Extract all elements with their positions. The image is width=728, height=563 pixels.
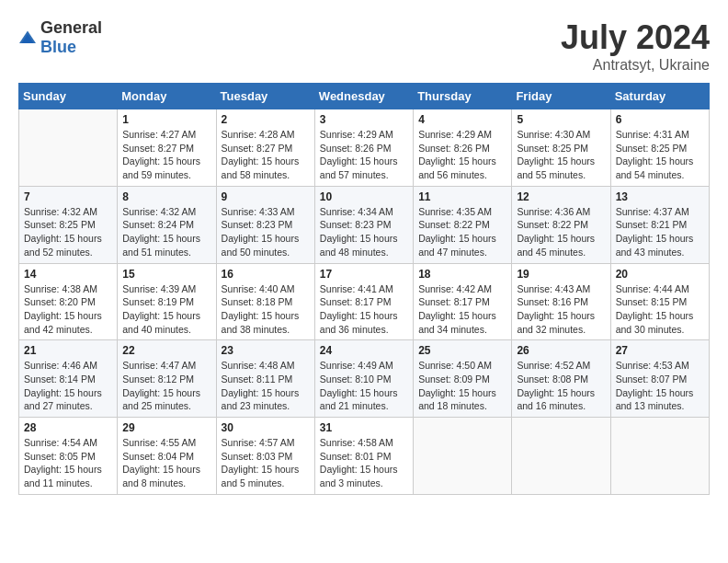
day-info: Sunrise: 4:55 AMSunset: 8:04 PMDaylight:… <box>122 436 210 490</box>
logo: General Blue <box>18 18 102 57</box>
day-info: Sunrise: 4:32 AMSunset: 8:25 PMDaylight:… <box>24 205 112 259</box>
table-row: 10Sunrise: 4:34 AMSunset: 8:23 PMDayligh… <box>314 186 413 263</box>
location: Antratsyt, Ukraine <box>561 57 710 74</box>
col-thursday: Thursday <box>414 84 512 109</box>
day-number: 6 <box>616 113 704 126</box>
day-number: 8 <box>122 190 210 203</box>
day-info: Sunrise: 4:33 AMSunset: 8:23 PMDaylight:… <box>222 205 310 259</box>
day-number: 27 <box>616 344 704 357</box>
day-info: Sunrise: 4:53 AMSunset: 8:07 PMDaylight:… <box>616 359 704 413</box>
table-row: 24Sunrise: 4:49 AMSunset: 8:10 PMDayligh… <box>314 340 413 418</box>
col-tuesday: Tuesday <box>216 84 314 109</box>
title-section: July 2024 Antratsyt, Ukraine <box>561 18 710 74</box>
table-row: 28Sunrise: 4:54 AMSunset: 8:05 PMDayligh… <box>19 418 118 495</box>
day-info: Sunrise: 4:49 AMSunset: 8:10 PMDaylight:… <box>320 359 408 413</box>
table-row: 27Sunrise: 4:53 AMSunset: 8:07 PMDayligh… <box>610 340 709 418</box>
day-info: Sunrise: 4:37 AMSunset: 8:21 PMDaylight:… <box>616 205 704 259</box>
day-info: Sunrise: 4:34 AMSunset: 8:23 PMDaylight:… <box>320 205 408 259</box>
day-number: 18 <box>418 268 506 281</box>
table-row: 11Sunrise: 4:35 AMSunset: 8:22 PMDayligh… <box>414 186 512 263</box>
col-saturday: Saturday <box>610 84 709 109</box>
day-number: 1 <box>122 113 210 126</box>
day-info: Sunrise: 4:47 AMSunset: 8:12 PMDaylight:… <box>122 359 210 413</box>
page-header: General Blue July 2024 Antratsyt, Ukrain… <box>18 18 710 74</box>
day-number: 29 <box>122 421 210 434</box>
day-number: 19 <box>517 268 605 281</box>
day-info: Sunrise: 4:43 AMSunset: 8:16 PMDaylight:… <box>517 282 605 337</box>
day-number: 11 <box>418 190 506 203</box>
day-number: 28 <box>24 421 112 434</box>
day-number: 7 <box>24 190 112 203</box>
day-number: 12 <box>517 190 605 203</box>
table-row: 1Sunrise: 4:27 AMSunset: 8:27 PMDaylight… <box>118 109 216 187</box>
table-row <box>512 418 610 495</box>
calendar-week-3: 14Sunrise: 4:38 AMSunset: 8:20 PMDayligh… <box>19 263 710 340</box>
table-row: 13Sunrise: 4:37 AMSunset: 8:21 PMDayligh… <box>610 186 709 263</box>
day-info: Sunrise: 4:40 AMSunset: 8:18 PMDaylight:… <box>222 282 310 337</box>
day-number: 4 <box>418 113 506 126</box>
day-number: 31 <box>320 421 408 434</box>
table-row: 8Sunrise: 4:32 AMSunset: 8:24 PMDaylight… <box>118 186 216 263</box>
table-row: 5Sunrise: 4:30 AMSunset: 8:25 PMDaylight… <box>512 109 610 187</box>
day-info: Sunrise: 4:46 AMSunset: 8:14 PMDaylight:… <box>24 359 112 413</box>
logo-icon <box>18 29 37 47</box>
day-info: Sunrise: 4:29 AMSunset: 8:26 PMDaylight:… <box>418 128 506 182</box>
col-monday: Monday <box>118 84 216 109</box>
day-number: 23 <box>222 344 310 357</box>
day-number: 5 <box>517 113 605 126</box>
day-info: Sunrise: 4:54 AMSunset: 8:05 PMDaylight:… <box>24 436 112 490</box>
day-number: 3 <box>320 113 408 126</box>
day-number: 25 <box>418 344 506 357</box>
day-number: 26 <box>517 344 605 357</box>
table-row: 29Sunrise: 4:55 AMSunset: 8:04 PMDayligh… <box>118 418 216 495</box>
table-row: 19Sunrise: 4:43 AMSunset: 8:16 PMDayligh… <box>512 263 610 340</box>
day-number: 15 <box>122 268 210 281</box>
day-number: 14 <box>24 268 112 281</box>
table-row: 2Sunrise: 4:28 AMSunset: 8:27 PMDaylight… <box>216 109 314 187</box>
table-row: 4Sunrise: 4:29 AMSunset: 8:26 PMDaylight… <box>414 109 512 187</box>
day-number: 16 <box>222 268 310 281</box>
table-row <box>414 418 512 495</box>
table-row: 7Sunrise: 4:32 AMSunset: 8:25 PMDaylight… <box>19 186 118 263</box>
day-info: Sunrise: 4:30 AMSunset: 8:25 PMDaylight:… <box>517 128 605 182</box>
day-info: Sunrise: 4:31 AMSunset: 8:25 PMDaylight:… <box>616 128 704 182</box>
logo-blue: Blue <box>40 38 76 56</box>
day-number: 30 <box>222 421 310 434</box>
table-row: 17Sunrise: 4:41 AMSunset: 8:17 PMDayligh… <box>314 263 413 340</box>
day-number: 21 <box>24 344 112 357</box>
table-row: 6Sunrise: 4:31 AMSunset: 8:25 PMDaylight… <box>610 109 709 187</box>
calendar-week-2: 7Sunrise: 4:32 AMSunset: 8:25 PMDaylight… <box>19 186 710 263</box>
col-sunday: Sunday <box>19 84 118 109</box>
table-row: 31Sunrise: 4:58 AMSunset: 8:01 PMDayligh… <box>314 418 413 495</box>
day-number: 17 <box>320 268 408 281</box>
table-row: 15Sunrise: 4:39 AMSunset: 8:19 PMDayligh… <box>118 263 216 340</box>
day-number: 9 <box>222 190 310 203</box>
day-info: Sunrise: 4:50 AMSunset: 8:09 PMDaylight:… <box>418 359 506 413</box>
table-row: 22Sunrise: 4:47 AMSunset: 8:12 PMDayligh… <box>118 340 216 418</box>
day-number: 13 <box>616 190 704 203</box>
day-number: 10 <box>320 190 408 203</box>
calendar-week-5: 28Sunrise: 4:54 AMSunset: 8:05 PMDayligh… <box>19 418 710 495</box>
day-info: Sunrise: 4:36 AMSunset: 8:22 PMDaylight:… <box>517 205 605 259</box>
table-row: 16Sunrise: 4:40 AMSunset: 8:18 PMDayligh… <box>216 263 314 340</box>
calendar-week-1: 1Sunrise: 4:27 AMSunset: 8:27 PMDaylight… <box>19 109 710 187</box>
day-info: Sunrise: 4:39 AMSunset: 8:19 PMDaylight:… <box>122 282 210 337</box>
day-info: Sunrise: 4:27 AMSunset: 8:27 PMDaylight:… <box>122 128 210 182</box>
logo-general: General <box>40 18 102 37</box>
table-row: 14Sunrise: 4:38 AMSunset: 8:20 PMDayligh… <box>19 263 118 340</box>
day-number: 22 <box>122 344 210 357</box>
table-row: 9Sunrise: 4:33 AMSunset: 8:23 PMDaylight… <box>216 186 314 263</box>
day-info: Sunrise: 4:28 AMSunset: 8:27 PMDaylight:… <box>222 128 310 182</box>
day-info: Sunrise: 4:44 AMSunset: 8:15 PMDaylight:… <box>616 282 704 337</box>
calendar-week-4: 21Sunrise: 4:46 AMSunset: 8:14 PMDayligh… <box>19 340 710 418</box>
calendar-table: Sunday Monday Tuesday Wednesday Thursday… <box>18 83 710 495</box>
table-row <box>610 418 709 495</box>
table-row <box>19 109 118 187</box>
day-info: Sunrise: 4:35 AMSunset: 8:22 PMDaylight:… <box>418 205 506 259</box>
day-info: Sunrise: 4:42 AMSunset: 8:17 PMDaylight:… <box>418 282 506 337</box>
table-row: 25Sunrise: 4:50 AMSunset: 8:09 PMDayligh… <box>414 340 512 418</box>
table-row: 20Sunrise: 4:44 AMSunset: 8:15 PMDayligh… <box>610 263 709 340</box>
month-year: July 2024 <box>561 18 710 57</box>
day-info: Sunrise: 4:38 AMSunset: 8:20 PMDaylight:… <box>24 282 112 337</box>
day-info: Sunrise: 4:48 AMSunset: 8:11 PMDaylight:… <box>222 359 310 413</box>
